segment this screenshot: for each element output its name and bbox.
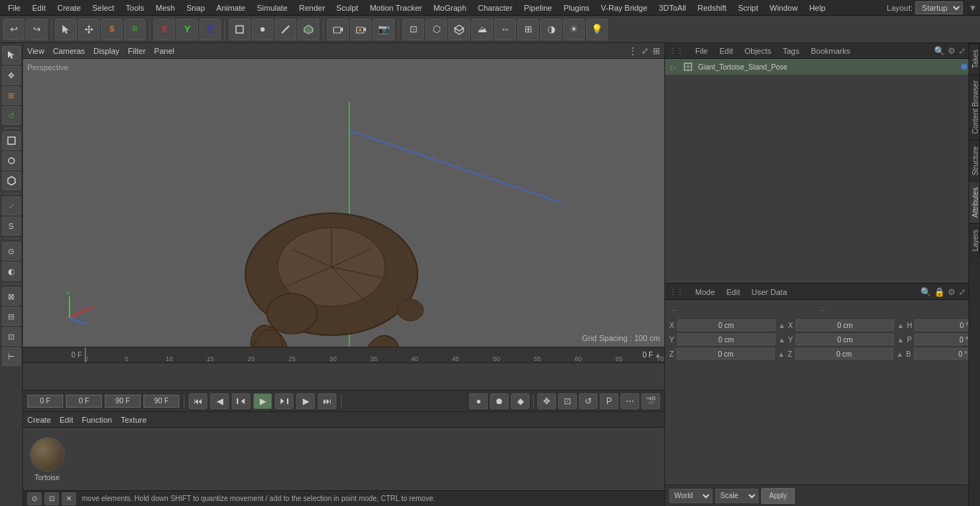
select-tool-button[interactable]: [55, 19, 77, 40]
attr-z-pos-input[interactable]: [677, 348, 775, 360]
objects-menu-file[interactable]: File: [692, 47, 711, 55]
objects-maximize-icon[interactable]: ⤢: [958, 46, 966, 56]
viewport-icon-lock[interactable]: ⊞: [653, 46, 660, 56]
material-ball-tortoise[interactable]: [30, 437, 65, 472]
menu-simulate[interactable]: Simulate: [252, 2, 293, 14]
mat-menu-create[interactable]: Create: [27, 416, 51, 424]
left-tool-6[interactable]: [2, 151, 21, 170]
timeline-tracks[interactable]: [23, 363, 664, 390]
attr-search-icon[interactable]: 🔍: [920, 287, 931, 297]
record-button[interactable]: ●: [469, 393, 488, 409]
material-tortoise[interactable]: Tortoise: [27, 437, 67, 482]
poly-mode-button[interactable]: [298, 19, 319, 40]
attr-z-arrow[interactable]: ▲: [778, 350, 785, 358]
menu-script[interactable]: Script: [733, 2, 763, 14]
rotate-tool-button[interactable]: R: [124, 19, 146, 40]
go-end-button[interactable]: ⏭: [318, 393, 336, 409]
left-tool-2[interactable]: ✥: [2, 66, 21, 85]
viewport-icon-dots[interactable]: ⋮: [628, 46, 637, 56]
landscape-button[interactable]: ⛰: [471, 19, 493, 40]
menu-select[interactable]: Select: [88, 2, 120, 14]
tc-playback-button[interactable]: P: [600, 393, 618, 409]
viewport-icon-arrows[interactable]: ⤢: [641, 46, 649, 56]
rst-tab-attributes[interactable]: Attributes: [969, 181, 980, 223]
rst-tab-content-browser[interactable]: Content Browser: [969, 74, 980, 139]
mat-menu-texture[interactable]: Texture: [121, 416, 146, 424]
left-tool-12[interactable]: ⊠: [2, 287, 21, 306]
menu-3dtoall[interactable]: 3DToAll: [654, 2, 691, 14]
object-mode-button[interactable]: [229, 19, 250, 40]
loft-button[interactable]: ⬡: [425, 19, 447, 40]
mat-menu-function[interactable]: Function: [82, 416, 112, 424]
viewport-3d[interactable]: Perspective Grid Spacing : 100 cm X Y Z: [23, 59, 664, 347]
start-frame-input[interactable]: [27, 395, 63, 408]
apply-button[interactable]: Apply: [761, 488, 795, 504]
menu-redshift[interactable]: Redshift: [692, 2, 731, 14]
left-tool-15[interactable]: ⊢: [2, 347, 21, 366]
menu-vray[interactable]: V-Ray Bridge: [596, 2, 653, 14]
undo-button[interactable]: ↩: [3, 19, 24, 40]
left-tool-3[interactable]: ⊞: [2, 86, 21, 105]
menu-tools[interactable]: Tools: [121, 2, 149, 14]
light-button[interactable]: 💡: [586, 19, 608, 40]
world-mode-select[interactable]: World: [669, 489, 712, 503]
left-tool-14[interactable]: ⊡: [2, 327, 21, 346]
menu-help[interactable]: Help: [804, 2, 831, 14]
obj-dot-1[interactable]: [961, 64, 967, 70]
attr-maximize-icon[interactable]: ⤢: [958, 287, 966, 297]
menu-mesh[interactable]: Mesh: [151, 2, 180, 14]
tc-scale-button[interactable]: ⊡: [558, 393, 577, 409]
status-icon-2[interactable]: ⊡: [44, 492, 59, 505]
viewport-menu-panel[interactable]: Panel: [154, 47, 174, 55]
menu-pipeline[interactable]: Pipeline: [519, 2, 557, 14]
end-preview-input[interactable]: [105, 395, 141, 408]
attr-z2-arrow[interactable]: ▲: [896, 350, 903, 358]
viewport-menu-display[interactable]: Display: [93, 47, 119, 55]
objects-menu-objects[interactable]: Objects: [742, 47, 774, 55]
render-view-button[interactable]: [327, 19, 349, 40]
menu-render[interactable]: Render: [294, 2, 330, 14]
rst-tab-layers[interactable]: Layers: [969, 223, 980, 257]
end-frame-input[interactable]: [143, 395, 179, 408]
redo-button[interactable]: ↪: [26, 19, 47, 40]
sky-button[interactable]: ☀: [563, 19, 585, 40]
attr-lock-icon[interactable]: 🔒: [934, 287, 945, 297]
attr-menu-mode[interactable]: Mode: [692, 288, 718, 296]
prev-keyframe-button[interactable]: [232, 393, 250, 409]
objects-settings-icon[interactable]: ⚙: [948, 46, 956, 56]
tc-move-button[interactable]: ✥: [537, 393, 556, 409]
menu-snap[interactable]: Snap: [182, 2, 210, 14]
prev-frame-button[interactable]: ◀: [210, 393, 229, 409]
rst-tab-takes[interactable]: Takes: [969, 43, 980, 74]
z-axis-button[interactable]: Z: [199, 19, 221, 40]
status-icon-1[interactable]: ⊙: [27, 492, 42, 505]
menu-plugins[interactable]: Plugins: [558, 2, 594, 14]
menu-edit[interactable]: Edit: [27, 2, 51, 14]
attr-z-rot-input[interactable]: [795, 348, 893, 360]
left-tool-5[interactable]: [2, 131, 21, 150]
attr-y-rot-input[interactable]: [796, 334, 894, 345]
layout-select[interactable]: Startup: [915, 1, 963, 14]
boole-button[interactable]: ⊡: [402, 19, 424, 40]
move-tool-button[interactable]: [78, 19, 100, 40]
left-tool-7[interactable]: [2, 172, 21, 190]
status-icon-3[interactable]: ✕: [62, 492, 76, 505]
layout-arrow-icon[interactable]: ▼: [969, 3, 977, 13]
objects-menu-bookmarks[interactable]: Bookmarks: [808, 47, 853, 55]
next-frame-button[interactable]: ▶: [296, 393, 315, 409]
objects-menu-tags[interactable]: Tags: [780, 47, 802, 55]
extrude-button[interactable]: [448, 19, 470, 40]
render-settings-button[interactable]: 📷: [373, 19, 395, 40]
attr-settings-icon[interactable]: ⚙: [948, 287, 956, 297]
menu-file[interactable]: File: [3, 2, 26, 14]
edge-mode-button[interactable]: [275, 19, 296, 40]
y-axis-button[interactable]: Y: [176, 19, 198, 40]
array-button[interactable]: ⊞: [517, 19, 539, 40]
object-item-tortoise[interactable]: ▷ Giant_Tortoise_Stand_Pose: [665, 59, 980, 75]
menu-create[interactable]: Create: [52, 2, 86, 14]
scale-mode-select[interactable]: Scale: [715, 489, 758, 503]
tc-rotate-button[interactable]: ↺: [579, 393, 598, 409]
play-button[interactable]: ▶: [253, 393, 272, 409]
menu-sculpt[interactable]: Sculpt: [331, 2, 364, 14]
viewport-menu-view[interactable]: View: [27, 47, 44, 55]
